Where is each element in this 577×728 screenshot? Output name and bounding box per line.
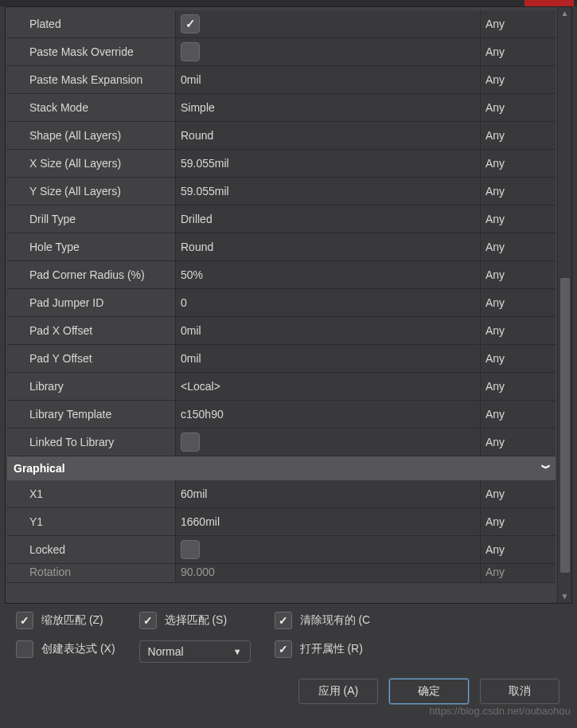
property-label: Y1 — [7, 508, 176, 535]
button-row: 应用 (A) 确定 取消 — [0, 675, 577, 715]
property-row: Pad Y Offset0milAny — [7, 345, 556, 373]
property-value[interactable]: 90.000 — [176, 564, 481, 582]
ok-button[interactable]: 确定 — [389, 679, 469, 704]
property-constraint[interactable]: Any — [481, 373, 556, 400]
property-constraint[interactable]: Any — [481, 178, 556, 205]
property-label: X Size (All Layers) — [7, 150, 176, 177]
property-constraint[interactable]: Any — [481, 317, 556, 344]
property-value[interactable] — [176, 536, 481, 563]
checkbox-icon[interactable] — [181, 540, 200, 559]
property-row: Stack ModeSimpleAny — [7, 94, 556, 122]
checkbox-icon[interactable]: ✓ — [139, 612, 157, 629]
checkbox-icon[interactable]: ✓ — [181, 14, 200, 33]
property-constraint[interactable]: Any — [481, 401, 556, 428]
property-row: X Size (All Layers)59.055milAny — [7, 150, 556, 178]
property-value[interactable]: 59.055mil — [176, 178, 481, 205]
property-list: Plated✓AnyPaste Mask OverrideAnyPaste Ma… — [6, 7, 557, 603]
mode-dropdown-value: Normal — [148, 645, 184, 658]
property-constraint[interactable]: Any — [481, 536, 556, 563]
property-value[interactable]: Simple — [176, 94, 481, 121]
property-value[interactable]: Round — [176, 233, 481, 260]
checkbox-icon[interactable]: ✓ — [275, 612, 292, 629]
property-row: Hole TypeRoundAny — [7, 233, 556, 261]
property-row: Drill TypeDrilledAny — [7, 205, 556, 233]
property-value[interactable] — [176, 38, 481, 65]
property-value[interactable]: 1660mil — [176, 508, 481, 535]
section-title: Graphical — [14, 462, 65, 475]
property-row: Rotation90.000Any — [7, 564, 556, 583]
property-value[interactable] — [176, 429, 481, 456]
options-bar: ✓ 缩放匹配 (Z) 创建表达式 (X) ✓ 选择匹配 (S) Normal ▼… — [5, 604, 572, 675]
property-constraint[interactable]: Any — [481, 564, 556, 582]
property-value[interactable]: <Local> — [176, 373, 481, 400]
property-constraint[interactable]: Any — [481, 429, 556, 456]
property-value[interactable]: 59.055mil — [176, 150, 481, 177]
properties-panel: Plated✓AnyPaste Mask OverrideAnyPaste Ma… — [5, 6, 572, 604]
property-constraint[interactable]: Any — [481, 261, 556, 288]
checkbox-icon[interactable] — [181, 42, 200, 61]
select-match-option[interactable]: ✓ 选择匹配 (S) — [139, 612, 251, 629]
titlebar — [0, 0, 577, 6]
apply-button[interactable]: 应用 (A) — [298, 679, 378, 704]
property-row: Y11660milAny — [7, 508, 556, 536]
property-label: Stack Mode — [7, 94, 176, 121]
property-label: Locked — [7, 536, 176, 563]
collapse-icon[interactable]: ︾ — [541, 462, 549, 476]
property-label: Pad Corner Radius (%) — [7, 261, 176, 288]
mode-dropdown[interactable]: Normal ▼ — [139, 640, 251, 663]
create-expression-option[interactable]: 创建表达式 (X) — [16, 640, 115, 658]
select-match-label: 选择匹配 (S) — [165, 613, 228, 628]
property-label: Linked To Library — [7, 429, 176, 456]
property-constraint[interactable]: Any — [481, 38, 556, 65]
property-constraint[interactable]: Any — [481, 10, 556, 37]
property-row: Pad Jumper ID0Any — [7, 289, 556, 317]
vertical-scrollbar[interactable]: ▲ ▼ — [557, 7, 571, 603]
property-value[interactable]: 50% — [176, 261, 481, 288]
open-properties-option[interactable]: ✓ 打开属性 (R) — [275, 640, 371, 658]
property-label: Library Template — [7, 401, 176, 428]
cancel-button[interactable]: 取消 — [480, 679, 559, 704]
section-header-graphical[interactable]: Graphical︾ — [7, 456, 556, 480]
close-button[interactable] — [524, 0, 574, 6]
property-constraint[interactable]: Any — [481, 66, 556, 93]
property-label: Y Size (All Layers) — [7, 178, 176, 205]
property-constraint[interactable]: Any — [481, 233, 556, 260]
property-constraint[interactable]: Any — [481, 508, 556, 535]
property-value[interactable]: c150h90 — [176, 401, 481, 428]
property-value[interactable]: Round — [176, 122, 481, 149]
property-value[interactable]: 0mil — [176, 66, 481, 93]
create-expression-label: 创建表达式 (X) — [41, 642, 115, 656]
property-label: Shape (All Layers) — [7, 122, 176, 149]
property-value[interactable]: 0mil — [176, 345, 481, 372]
property-constraint[interactable]: Any — [481, 150, 556, 177]
scrollbar-thumb[interactable] — [560, 278, 570, 573]
property-value[interactable]: 60mil — [176, 480, 481, 507]
property-constraint[interactable]: Any — [481, 345, 556, 372]
checkbox-icon[interactable]: ✓ — [275, 640, 292, 658]
property-row: Paste Mask OverrideAny — [7, 38, 556, 66]
property-constraint[interactable]: Any — [481, 94, 556, 121]
scroll-down-icon[interactable]: ▼ — [558, 590, 571, 603]
chevron-down-icon: ▼ — [233, 647, 242, 656]
property-constraint[interactable]: Any — [481, 122, 556, 149]
zoom-match-label: 缩放匹配 (Z) — [41, 613, 103, 628]
property-constraint[interactable]: Any — [481, 205, 556, 233]
checkbox-icon[interactable]: ✓ — [16, 612, 33, 629]
checkbox-icon[interactable] — [16, 640, 33, 658]
property-constraint[interactable]: Any — [481, 289, 556, 316]
property-label: Pad X Offset — [7, 317, 176, 344]
property-value[interactable]: Drilled — [176, 205, 481, 233]
clear-existing-option[interactable]: ✓ 清除现有的 (C — [275, 612, 371, 629]
property-label: Hole Type — [7, 233, 176, 260]
property-constraint[interactable]: Any — [481, 480, 556, 507]
property-label: Rotation — [7, 564, 176, 582]
checkbox-icon[interactable] — [181, 432, 200, 452]
property-label: Paste Mask Expansion — [7, 66, 176, 93]
property-label: Paste Mask Override — [7, 38, 176, 65]
scroll-up-icon[interactable]: ▲ — [558, 7, 571, 20]
property-row: X160milAny — [7, 480, 556, 508]
property-value[interactable]: 0 — [176, 289, 481, 316]
property-value[interactable]: 0mil — [176, 317, 481, 344]
property-value[interactable]: ✓ — [176, 10, 481, 37]
zoom-match-option[interactable]: ✓ 缩放匹配 (Z) — [16, 612, 115, 629]
